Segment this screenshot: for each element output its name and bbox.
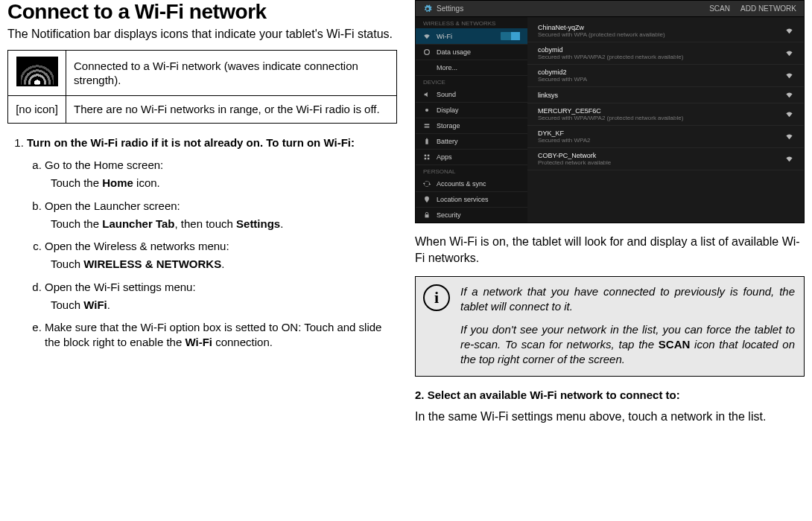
intro-text: The Notification bar displays icons that… — [7, 27, 397, 42]
sidebar-item-location[interactable]: Location services — [416, 192, 527, 208]
wifi-signal-icon — [16, 57, 58, 86]
screenshot-title-area: Settings — [423, 4, 463, 13]
step-1: Turn on the Wi-Fi radio if it is not alr… — [27, 135, 397, 351]
network-row[interactable]: MERCURY_CE5F6CSecured with WPA/WPA2 (pro… — [527, 103, 804, 126]
sidebar-item-storage[interactable]: Storage — [416, 118, 527, 134]
substep-a-body: Touch the Home icon. — [51, 176, 397, 191]
svg-rect-9 — [428, 158, 430, 160]
network-row[interactable]: cobymidSecured with WPA/WPA2 (protected … — [527, 42, 804, 65]
settings-gear-icon — [423, 4, 432, 13]
status-icon-table: Connected to a Wi-Fi network (waves indi… — [7, 50, 397, 124]
svg-rect-8 — [425, 158, 427, 160]
sidebar-item-battery[interactable]: Battery — [416, 134, 527, 150]
substep-d-head: Open the Wi-Fi settings menu: — [45, 281, 196, 293]
substep-b: Open the Launcher screen: Touch the Laun… — [45, 199, 397, 232]
substep-d: Open the Wi-Fi settings menu: Touch WiFi… — [45, 280, 397, 313]
sidebar-location-label: Location services — [437, 196, 489, 203]
substep-a: Go to the Home screen: Touch the Home ic… — [45, 158, 397, 191]
svg-rect-7 — [428, 155, 430, 157]
substep-a-head: Go to the Home screen: — [45, 159, 163, 171]
step-2-title: 2. Select an available Wi-Fi network to … — [415, 389, 805, 401]
wifi-icon — [423, 33, 431, 40]
sidebar-item-wifi[interactable]: Wi-Fi — [416, 28, 527, 45]
network-row[interactable]: linksys — [527, 87, 804, 103]
data-usage-icon — [423, 48, 431, 56]
sidebar-data-label: Data usage — [437, 48, 471, 56]
network-row[interactable]: cobymid2Secured with WPA — [527, 65, 804, 87]
substep-b-head: Open the Launcher screen: — [45, 199, 180, 212]
sound-icon — [423, 91, 431, 98]
wifi-connected-icon-cell — [8, 50, 66, 96]
sidebar-item-sound[interactable]: Sound — [416, 87, 527, 103]
note-paragraph-2: If you don't see your network in the lis… — [460, 322, 795, 368]
sidebar-item-display[interactable]: Display — [416, 103, 527, 118]
note-paragraph-1: If a network that you have connected to … — [460, 284, 795, 315]
substep-b-body: Touch the Launcher Tab, then touch Setti… — [51, 217, 397, 231]
sidebar-item-more[interactable]: More... — [416, 60, 527, 76]
network-row[interactable]: COBY-PC_NetworkProtected network availab… — [527, 148, 804, 170]
wifi-signal-icon — [785, 71, 793, 80]
substep-e: Make sure that the Wi-Fi option box is s… — [45, 320, 397, 351]
svg-point-1 — [425, 109, 428, 112]
sidebar-cat-wireless: WIRELESS & NETWORKS — [416, 17, 527, 28]
substep-d-body: Touch WiFi. — [51, 298, 397, 313]
android-settings-screenshot: Settings SCAN ADD NETWORK WIRELESS & NET… — [415, 0, 805, 223]
wifi-signal-icon — [785, 110, 793, 118]
no-icon-label: [no icon] — [8, 96, 66, 124]
sidebar-cat-personal: PERSONAL — [416, 165, 527, 176]
screenshot-network-list: ChinaNet-yqZwSecured with WPA (protected… — [527, 17, 804, 223]
after-screenshot-text: When Wi-Fi is on, the tablet will look f… — [415, 234, 805, 266]
screenshot-topbar: Settings SCAN ADD NETWORK — [416, 1, 804, 17]
lock-icon — [423, 211, 431, 219]
wifi-connected-desc: Connected to a Wi-Fi network (waves indi… — [66, 50, 397, 96]
main-steps-list: Turn on the Wi-Fi radio if it is not alr… — [7, 135, 397, 351]
wifi-signal-icon — [785, 132, 793, 141]
scan-button[interactable]: SCAN — [709, 4, 730, 13]
sidebar-accounts-label: Accounts & sync — [437, 180, 486, 188]
svg-rect-6 — [425, 155, 427, 157]
wifi-signal-icon — [785, 49, 793, 57]
sidebar-apps-label: Apps — [437, 153, 452, 161]
network-row[interactable]: ChinaNet-yqZwSecured with WPA (protected… — [527, 20, 804, 42]
sidebar-item-data[interactable]: Data usage — [416, 45, 527, 60]
sidebar-cat-device: DEVICE — [416, 76, 527, 87]
substep-c-body: Touch WIRELESS & NETWORKS. — [51, 257, 397, 272]
network-row[interactable]: DYK_KFSecured with WPA2 — [527, 126, 804, 148]
location-icon — [423, 196, 431, 203]
right-column: Settings SCAN ADD NETWORK WIRELESS & NET… — [415, 0, 805, 521]
sidebar-sound-label: Sound — [437, 91, 456, 98]
sync-icon — [423, 180, 431, 188]
step-2-body: In the same Wi-Fi settings menu above, t… — [415, 409, 805, 425]
sidebar-more-label: More... — [437, 64, 457, 71]
svg-rect-2 — [425, 124, 430, 126]
wifi-signal-icon — [785, 155, 793, 163]
wifi-signal-icon — [785, 91, 793, 99]
apps-icon — [423, 153, 431, 161]
wifi-signal-icon — [785, 27, 793, 35]
substep-c: Open the Wireless & networks menu: Touch… — [45, 239, 397, 272]
info-note-box: i If a network that you have connected t… — [415, 276, 805, 377]
sidebar-item-apps[interactable]: Apps — [416, 150, 527, 165]
no-icon-desc: There are no Wi-Fi networks in range, or… — [66, 96, 397, 124]
screenshot-sidebar: WIRELESS & NETWORKS Wi-Fi Data usage Mor… — [416, 17, 527, 223]
sidebar-wifi-label: Wi-Fi — [437, 33, 452, 40]
sidebar-display-label: Display — [437, 106, 459, 114]
step-1-title: Turn on the Wi-Fi radio if it is not alr… — [27, 135, 397, 150]
info-icon: i — [423, 284, 450, 311]
svg-rect-5 — [426, 138, 428, 139]
left-column: Connect to a Wi-Fi network The Notificat… — [7, 0, 397, 521]
substep-e-body: Make sure that the Wi-Fi option box is s… — [45, 321, 381, 348]
svg-rect-10 — [425, 214, 429, 217]
storage-icon — [423, 122, 431, 130]
sidebar-item-security[interactable]: Security — [416, 208, 527, 223]
sidebar-battery-label: Battery — [437, 138, 458, 145]
step-1-substeps: Go to the Home screen: Touch the Home ic… — [27, 158, 397, 351]
sidebar-storage-label: Storage — [437, 122, 460, 130]
page-title: Connect to a Wi-Fi network — [7, 0, 397, 24]
sidebar-security-label: Security — [437, 211, 461, 219]
sidebar-item-accounts[interactable]: Accounts & sync — [416, 176, 527, 192]
add-network-button[interactable]: ADD NETWORK — [740, 4, 796, 13]
svg-point-0 — [425, 50, 430, 55]
wifi-toggle-on[interactable] — [501, 32, 520, 40]
substep-c-head: Open the Wireless & networks menu: — [45, 240, 229, 252]
